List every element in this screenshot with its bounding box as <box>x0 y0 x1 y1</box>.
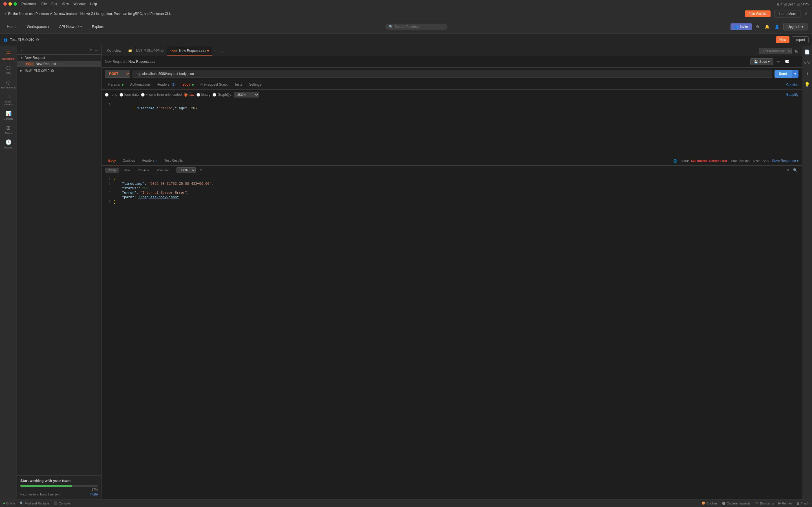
radio-raw[interactable]: raw <box>184 93 194 97</box>
tab-overview[interactable]: Overview <box>104 46 124 56</box>
resp-subtab-pretty[interactable]: Pretty <box>105 168 119 173</box>
right-panel-info-button[interactable]: ℹ <box>805 70 809 77</box>
sidebar-item-apis[interactable]: ⬡ APIs <box>0 62 17 77</box>
resp-subtab-visualize[interactable]: Visualize <box>154 168 172 173</box>
env-icon-button[interactable]: ⊞ <box>794 48 800 54</box>
sidebar-item-mock-servers[interactable]: □ Mock Servers <box>0 91 17 108</box>
progress-info: 67% <box>20 488 98 491</box>
req-tab-tests[interactable]: Tests <box>231 80 246 89</box>
more-actions-button[interactable]: ··· <box>793 58 799 65</box>
resp-filter-button[interactable]: ≡ <box>199 168 203 173</box>
search-bar[interactable]: 🔍 <box>386 24 448 30</box>
req-tab-pre-request[interactable]: Pre-request Script <box>197 80 231 89</box>
active-request-item[interactable]: POST New Request□□□ <box>17 61 101 67</box>
radio-none[interactable]: none <box>105 93 117 97</box>
menu-help[interactable]: Help <box>90 2 97 6</box>
add-tab-button[interactable]: + <box>212 48 219 54</box>
upgrade-button[interactable]: Upgrade ▾ <box>783 23 808 31</box>
method-select[interactable]: POST GET PUT DELETE PATCH <box>105 70 130 78</box>
right-panel-docs-button[interactable]: 📄 <box>803 48 811 56</box>
profile-button[interactable]: 👤 <box>773 23 780 30</box>
close-banner-button[interactable]: × <box>805 11 808 16</box>
sidebar-item-environments[interactable]: ◎ Environments <box>0 77 17 91</box>
runner-item[interactable]: ▶ Runner <box>778 501 792 505</box>
join-waitlist-button[interactable]: Join Waitlist <box>745 10 771 17</box>
nav-explore[interactable]: Explore <box>90 23 107 30</box>
capture-item[interactable]: ⬤ Capture requests <box>722 501 750 505</box>
cookies-item[interactable]: 🍪 Cookies <box>702 501 718 505</box>
titlebar: Postman File Edit View Window Help 8월 31… <box>0 0 812 8</box>
team-invite-button[interactable]: Invite <box>90 492 98 496</box>
response-format-select[interactable]: JSON <box>176 167 196 173</box>
comment-icon-button[interactable]: 💬 <box>783 58 791 65</box>
resp-tab-test-results[interactable]: Test Results <box>161 156 186 165</box>
resp-tab-body[interactable]: Body <box>105 156 119 165</box>
url-input[interactable] <box>133 70 772 78</box>
history-icon: 🕒 <box>5 139 11 145</box>
collection-root-item[interactable]: ▼ New Request <box>17 55 101 61</box>
settings-icon-button[interactable]: ⚙ <box>755 23 761 30</box>
sidebar-item-collections[interactable]: ☰ Collections <box>0 48 17 62</box>
menu-view[interactable]: View <box>62 2 69 6</box>
search-response-button[interactable]: 🔍 <box>792 168 799 173</box>
menu-window[interactable]: Window <box>73 2 86 6</box>
add-collection-button[interactable]: + <box>19 48 23 53</box>
find-replace-item[interactable]: 🔍 Find and Replace <box>20 501 49 505</box>
right-panel-lightbulb-button[interactable]: 💡 <box>803 81 811 89</box>
menu-edit[interactable]: Edit <box>51 2 57 6</box>
edit-icon-button[interactable]: ✏ <box>776 58 781 65</box>
resp-tab-cookies[interactable]: Cookies <box>119 156 138 165</box>
sidebar-item-flows[interactable]: ⊞ Flows <box>0 122 17 137</box>
sidebar-item-history[interactable]: 🕒 History <box>0 137 17 151</box>
online-status: Online <box>3 502 15 505</box>
tab-new-request[interactable]: POST New Request□□□ <box>167 46 212 56</box>
save-response-button[interactable]: Save Response ▾ <box>772 159 799 163</box>
resp-subtab-raw[interactable]: Raw <box>121 168 133 173</box>
close-button[interactable] <box>3 2 7 6</box>
nav-api-network[interactable]: API Network <box>57 23 84 30</box>
send-dropdown-button[interactable]: ▾ <box>792 70 799 78</box>
bootcamp-item[interactable]: 🎓 Bootcamp <box>755 501 774 505</box>
send-button[interactable]: Send <box>774 70 792 78</box>
radio-graphql[interactable]: GraphQL <box>213 93 231 97</box>
search-input[interactable] <box>395 25 437 29</box>
req-tab-authorization[interactable]: Authorization <box>127 80 153 89</box>
radio-urlencoded[interactable]: x-www-form-urlencoded <box>141 93 182 97</box>
save-button[interactable]: 💾 Save ▾ <box>750 58 773 65</box>
cookies-link-button[interactable]: Cookies <box>786 83 799 87</box>
menu-file[interactable]: File <box>42 2 47 6</box>
maximize-button[interactable] <box>13 2 17 6</box>
learn-more-button[interactable]: Learn More <box>774 10 800 17</box>
child-collection-item[interactable]: ▶ TEST 워크스페이스 <box>17 67 101 74</box>
copy-response-button[interactable]: ⧉ <box>785 168 790 173</box>
filter-button[interactable]: ≡ <box>89 48 93 53</box>
tab-test-workspace[interactable]: 📁 TEST 워크스페이스 <box>124 46 167 56</box>
resp-tab-headers[interactable]: Headers 4 <box>139 156 161 165</box>
trash-item[interactable]: 🗑 Trash <box>797 502 809 505</box>
new-button[interactable]: New <box>776 36 790 43</box>
req-tab-settings[interactable]: Settings <box>246 80 264 89</box>
radio-binary[interactable]: binary <box>197 93 211 97</box>
nav-workspaces[interactable]: Workspaces <box>24 23 51 30</box>
tabs-more-button[interactable]: ··· <box>219 49 225 53</box>
notification-bell-button[interactable]: 🔔 <box>763 23 770 30</box>
more-options-button[interactable]: ··· <box>94 48 99 53</box>
collections-icon: ☰ <box>6 50 11 57</box>
request-body-editor[interactable]: 1 {"username":"hello"," age": 20} <box>101 100 802 156</box>
env-select[interactable]: No Environment <box>759 48 792 54</box>
req-tab-params[interactable]: Params <box>105 80 127 89</box>
right-panel-code-button[interactable]: </> <box>803 59 811 66</box>
nav-home[interactable]: Home <box>4 23 19 30</box>
invite-button[interactable]: 👥 Invite <box>730 23 752 30</box>
beautify-button[interactable]: Beautify <box>786 93 799 97</box>
console-item[interactable]: ⬛ Console <box>54 501 70 505</box>
format-select[interactable]: JSON Text JavaScript HTML XML <box>234 92 259 98</box>
req-tab-body[interactable]: Body <box>179 80 197 89</box>
radio-form-data[interactable]: form-data <box>119 93 139 97</box>
save-icon: 💾 <box>754 60 758 64</box>
import-button[interactable]: Import <box>792 36 809 43</box>
sidebar-item-monitors[interactable]: 📊 Monitors <box>0 108 17 122</box>
resp-subtab-preview[interactable]: Preview <box>135 168 152 173</box>
minimize-button[interactable] <box>8 2 12 6</box>
req-tab-headers[interactable]: Headers 9 <box>153 80 179 89</box>
